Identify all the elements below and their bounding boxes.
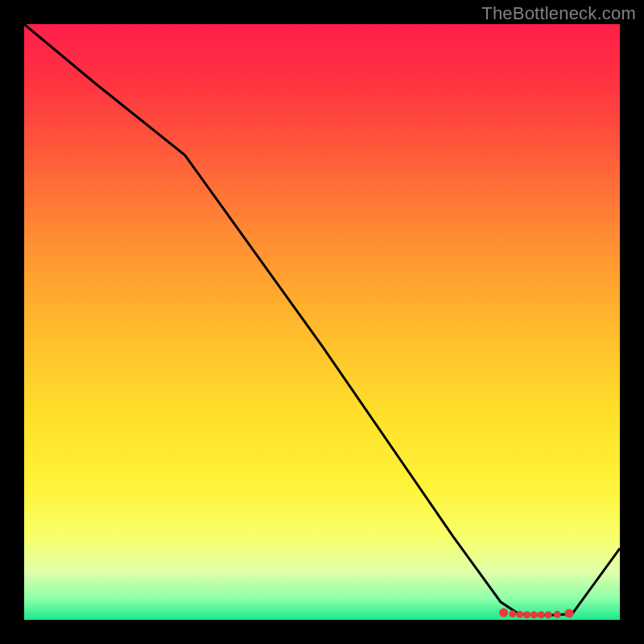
plot-area [24,24,620,620]
minima-marker [545,611,552,618]
minima-marker [530,611,538,618]
gradient-background [24,24,620,620]
minima-marker [565,609,574,617]
minima-marker [499,609,508,617]
plot-svg [24,24,620,620]
minima-marker [538,611,545,618]
watermark-text: TheBottleneck.com [481,3,636,24]
minima-marker [523,611,530,618]
minima-marker [509,610,516,617]
minima-marker [554,611,561,618]
chart-frame: TheBottleneck.com [0,0,644,644]
minima-marker [516,611,523,618]
